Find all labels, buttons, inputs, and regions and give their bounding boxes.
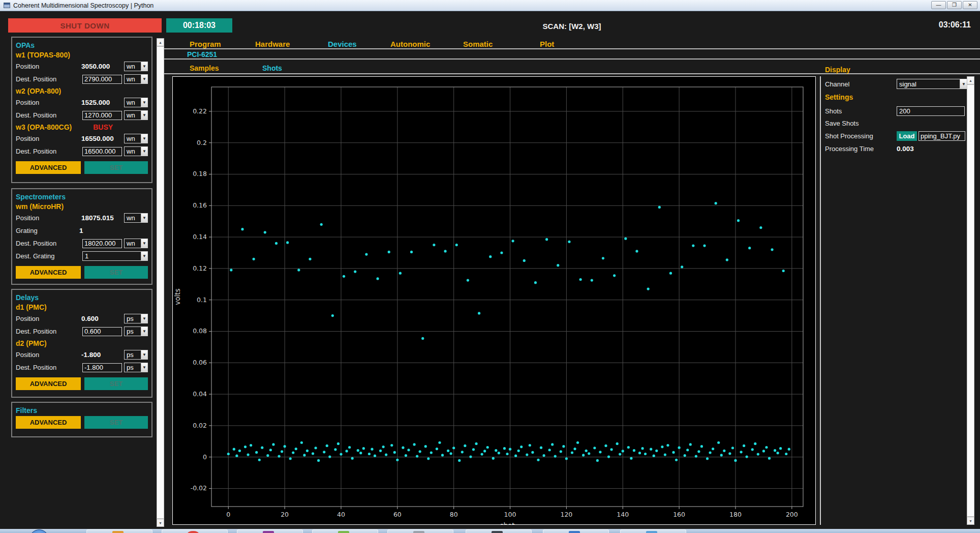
d1-dest-units-select[interactable]: ps ▼: [124, 327, 148, 336]
taskbar-app-1[interactable]: [86, 529, 152, 533]
w1-dest-input[interactable]: [82, 75, 122, 84]
app-icon: [4, 3, 10, 8]
d1-dest-input[interactable]: [82, 327, 122, 336]
tab-hardware[interactable]: Hardware: [255, 40, 290, 48]
filters-advanced-button[interactable]: ADVANCED: [16, 416, 81, 429]
scrollbar-thumb[interactable]: [157, 46, 164, 519]
taskbar-app-5[interactable]: [387, 529, 453, 533]
processing-script-field[interactable]: pping_BJT.py: [918, 131, 965, 141]
tab-devices[interactable]: Devices: [328, 40, 357, 48]
start-orb-icon[interactable]: [29, 529, 49, 533]
shutdown-button[interactable]: SHUT DOWN: [8, 18, 162, 33]
svg-text:40: 40: [337, 511, 345, 518]
position-label: Position: [16, 99, 81, 106]
divider-rule: [162, 73, 980, 74]
system-clock: 03:06:11: [939, 20, 971, 29]
wm-dest-grating-select[interactable]: 1 ▼: [82, 251, 148, 261]
delays-set-button[interactable]: SET: [84, 377, 148, 390]
scroll-up-icon[interactable]: ▲: [967, 76, 974, 84]
scatter-plot[interactable]: 020406080100120140160180200-0.0200.020.0…: [173, 77, 815, 524]
dest-position-label: Dest. Position: [16, 147, 82, 155]
position-label: Position: [16, 214, 81, 222]
w1-position-value: 3050.000: [81, 63, 122, 70]
tab-somatic[interactable]: Somatic: [463, 40, 493, 48]
window-title: Coherent Multidimensional Spectroscopy |…: [13, 2, 154, 9]
delays-advanced-button[interactable]: ADVANCED: [16, 377, 81, 390]
wm-grating-value: 1: [79, 227, 120, 234]
taskbar-app-3[interactable]: [237, 529, 303, 533]
d1-units-select[interactable]: ps ▼: [124, 314, 148, 323]
w1-units-select[interactable]: wn ▼: [124, 62, 148, 71]
svg-text:0.22: 0.22: [193, 107, 207, 115]
scroll-down-icon[interactable]: ▼: [967, 517, 974, 525]
plot-canvas[interactable]: 020406080100120140160180200-0.0200.020.0…: [172, 76, 816, 525]
w1-dest-units-select[interactable]: wn ▼: [124, 74, 148, 84]
w3-dest-units-select[interactable]: wn ▼: [124, 146, 148, 156]
d2-dest-units-select[interactable]: ps ▼: [124, 363, 148, 372]
taskbar[interactable]: [0, 529, 980, 533]
dest-position-label: Dest. Position: [16, 75, 82, 83]
svg-text:140: 140: [617, 511, 629, 518]
taskbar-app-8[interactable]: [620, 529, 686, 533]
w2-dest-units-select[interactable]: wn ▼: [124, 110, 148, 120]
processing-time-label: Processing Time: [825, 145, 874, 153]
units-value: ps: [125, 364, 141, 371]
taskbar-app-7[interactable]: [543, 529, 609, 533]
taskbar-app-4[interactable]: [312, 529, 378, 533]
units-value: ps: [125, 328, 141, 335]
spectrometers-advanced-button[interactable]: ADVANCED: [16, 266, 81, 279]
chevron-down-icon: ▼: [141, 363, 147, 372]
motor-w3-label: w3 (OPA-800CG): [16, 123, 72, 131]
minimize-button[interactable]: —: [931, 1, 946, 9]
svg-text:200: 200: [786, 511, 798, 518]
scrollbar-thumb[interactable]: [967, 84, 974, 517]
w3-dest-input[interactable]: [82, 147, 122, 156]
channel-select[interactable]: signal ▼: [897, 79, 968, 89]
units-value: wn: [125, 63, 141, 70]
w2-dest-input[interactable]: [82, 111, 122, 120]
load-script-button[interactable]: Load: [897, 131, 917, 141]
filters-set-button[interactable]: SET: [84, 416, 148, 429]
tab-shots[interactable]: Shots: [262, 64, 282, 72]
svg-text:0: 0: [226, 511, 230, 518]
d2-dest-input[interactable]: [82, 363, 122, 372]
w3-busy-badge: BUSY: [93, 123, 113, 131]
sidebar-scrollbar[interactable]: ▲ ▼: [157, 38, 164, 527]
w3-units-select[interactable]: wn ▼: [124, 134, 148, 143]
tab-autonomic[interactable]: Autonomic: [390, 40, 430, 48]
w2-units-select[interactable]: wn ▼: [124, 98, 148, 107]
chevron-down-icon: ▼: [141, 314, 147, 323]
opas-set-button[interactable]: SET: [84, 161, 148, 174]
shots-label: Shots: [825, 107, 842, 115]
right-panel-scrollbar[interactable]: ▲ ▼: [967, 76, 974, 525]
scroll-down-icon[interactable]: ▼: [157, 519, 164, 527]
shots-input[interactable]: [897, 106, 965, 116]
d2-units-select[interactable]: ps ▼: [124, 350, 148, 360]
tab-program[interactable]: Program: [190, 40, 221, 48]
tab-plot[interactable]: Plot: [540, 40, 554, 48]
wm-dest-units-select[interactable]: wn ▼: [124, 239, 148, 248]
scroll-up-icon[interactable]: ▲: [157, 38, 164, 46]
d2-position-value: -1.800: [81, 351, 122, 359]
elapsed-timer: 00:18:03: [166, 18, 232, 33]
motor-d2-name: d2 (PMC): [16, 339, 148, 347]
tab-samples[interactable]: Samples: [190, 64, 219, 72]
taskbar-app-6[interactable]: [466, 529, 532, 533]
taskbar-app-2[interactable]: [162, 529, 228, 533]
app-surface: SHUT DOWN 00:18:03 SCAN: [W2, W3] 03:06:…: [0, 11, 980, 529]
motor-w1-name: w1 (TOPAS-800): [16, 51, 148, 59]
opas-advanced-button[interactable]: ADVANCED: [16, 161, 81, 174]
spectrometers-title: Spectrometers: [16, 193, 148, 201]
close-button[interactable]: ✕: [963, 1, 977, 9]
tab-pci-6251[interactable]: PCI-6251: [187, 50, 217, 58]
wm-units-select[interactable]: wn ▼: [124, 213, 148, 223]
motor-d1-name: d1 (PMC): [16, 303, 148, 311]
svg-text:0: 0: [203, 453, 207, 461]
spectrometers-set-button[interactable]: SET: [84, 266, 148, 279]
svg-text:0.06: 0.06: [193, 359, 207, 366]
maximize-button[interactable]: ❐: [947, 1, 962, 9]
units-value: wn: [125, 111, 141, 119]
chevron-down-icon: ▼: [141, 134, 147, 143]
svg-text:80: 80: [450, 511, 458, 518]
wm-dest-input[interactable]: [82, 239, 122, 248]
